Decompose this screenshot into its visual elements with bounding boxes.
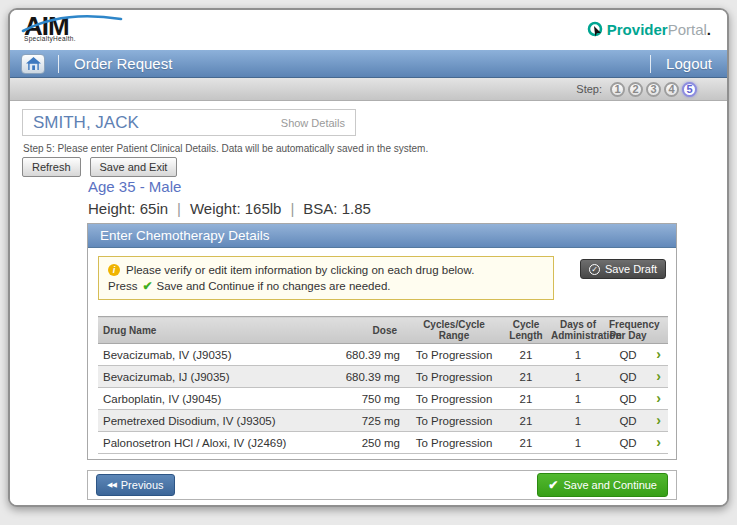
page-title: Order Request <box>74 55 172 72</box>
green-check-icon: ✔ <box>142 278 152 294</box>
main-content: SMITH, JACK Show Details Step 5: Please … <box>10 101 727 505</box>
cell-frequency: QD <box>607 410 649 432</box>
provider-portal-period: . <box>707 22 711 38</box>
refresh-button[interactable]: Refresh <box>22 157 81 177</box>
aim-logo-subtext: SpecialtyHealth. <box>24 35 124 42</box>
patient-stats-line: Height: 65in|Weight: 165lb|BSA: 1.85 <box>88 200 371 217</box>
aim-logo: AIM SpecialtyHealth. <box>24 15 124 42</box>
cell-drug: Bevacizumab, IJ (J9035) <box>98 366 323 388</box>
step-indicator-bar: Step: 1 2 3 4 5 <box>10 78 727 101</box>
step-circle-5-active: 5 <box>682 82 697 97</box>
wizard-footer-bar: ◀◀ Previous ✔ Save and Continue <box>87 470 677 500</box>
row-chevron-icon: › <box>656 412 661 428</box>
cell-cycles: To Progression <box>405 344 503 366</box>
save-and-continue-button[interactable]: ✔ Save and Continue <box>537 473 668 497</box>
header-cycle-length: Cycle Length <box>503 317 549 344</box>
cell-cycle-length: 21 <box>503 388 549 410</box>
provider-portal-provider-text: Provider <box>607 22 668 38</box>
circled-check-icon: ✓ <box>589 264 600 275</box>
drug-row-palonosetron[interactable]: Palonosetron HCl / Aloxi, IV (J2469) 250… <box>98 432 668 454</box>
cell-cycles: To Progression <box>405 388 503 410</box>
notice-line-1: Please verify or edit item information b… <box>126 262 474 278</box>
cell-frequency: QD <box>607 366 649 388</box>
patient-age-gender: Age 35 - Male <box>88 178 181 195</box>
cell-days: 1 <box>549 366 607 388</box>
drug-row-bevacizumab-iv[interactable]: Bevacizumab, IV (J9035) 680.39 mg To Pro… <box>98 344 668 366</box>
row-chevron-icon: › <box>656 390 661 406</box>
stat-separator: | <box>290 200 294 217</box>
save-and-continue-label: Save and Continue <box>563 479 657 491</box>
verify-notice-box: i Please verify or edit item information… <box>98 256 554 300</box>
panel-header: Enter Chemotherapy Details <box>88 224 676 248</box>
action-button-row: Refresh Save and Exit <box>22 157 186 177</box>
cell-dose: 725 mg <box>323 410 405 432</box>
cell-days: 1 <box>549 410 607 432</box>
step-circle-3: 3 <box>646 82 661 97</box>
patient-summary-box: SMITH, JACK Show Details <box>22 109 356 136</box>
app-header: AIM SpecialtyHealth. ProviderPortal. <box>10 10 727 50</box>
row-chevron-icon: › <box>656 434 661 450</box>
cell-days: 1 <box>549 388 607 410</box>
patient-weight: Weight: 165lb <box>190 200 281 217</box>
step-circle-2: 2 <box>628 82 643 97</box>
drug-row-pemetrexed[interactable]: Pemetrexed Disodium, IV (J9305) 725 mg T… <box>98 410 668 432</box>
cell-dose: 750 mg <box>323 388 405 410</box>
step-circle-1: 1 <box>610 82 625 97</box>
notice-line-2-suffix: Save and Continue if no changes are need… <box>156 278 390 294</box>
cell-drug: Bevacizumab, IV (J9035) <box>98 344 323 366</box>
patient-height: Height: 65in <box>88 200 168 217</box>
provider-portal-portal-text: Portal <box>668 22 707 38</box>
patient-bsa: BSA: 1.85 <box>303 200 371 217</box>
cell-cycles: To Progression <box>405 366 503 388</box>
show-details-link[interactable]: Show Details <box>281 117 345 129</box>
logout-button[interactable]: Logout <box>666 55 712 72</box>
app-window: AIM SpecialtyHealth. ProviderPortal. <box>8 8 729 507</box>
header-drug-name: Drug Name <box>98 317 323 344</box>
notice-line-2-prefix: Press <box>108 278 137 294</box>
row-chevron-icon: › <box>656 346 661 362</box>
step-circle-4: 4 <box>664 82 679 97</box>
drug-table: Drug Name Dose Cycles/Cycle Range Cycle … <box>98 316 668 454</box>
provider-portal-icon <box>587 21 604 38</box>
provider-portal-logo: ProviderPortal. <box>587 21 711 38</box>
step-label: Step: <box>576 83 602 95</box>
header-cycles: Cycles/Cycle Range <box>405 317 503 344</box>
home-icon <box>26 57 41 70</box>
cell-days: 1 <box>549 432 607 454</box>
nav-divider-right <box>650 55 651 73</box>
cell-cycles: To Progression <box>405 432 503 454</box>
drug-row-carboplatin[interactable]: Carboplatin, IV (J9045) 750 mg To Progre… <box>98 388 668 410</box>
cell-dose: 250 mg <box>323 432 405 454</box>
cell-dose: 680.39 mg <box>323 366 405 388</box>
header-frequency: Frequency Per Day <box>607 317 649 344</box>
header-days: Days of Administration <box>549 317 607 344</box>
cell-drug: Carboplatin, IV (J9045) <box>98 388 323 410</box>
previous-arrows-icon: ◀◀ <box>107 481 116 489</box>
header-dose: Dose <box>323 317 405 344</box>
cell-cycle-length: 21 <box>503 432 549 454</box>
cell-frequency: QD <box>607 432 649 454</box>
drug-table-header-row: Drug Name Dose Cycles/Cycle Range Cycle … <box>98 317 668 344</box>
patient-name: SMITH, JACK <box>33 113 139 133</box>
cell-frequency: QD <box>607 388 649 410</box>
home-button[interactable] <box>21 54 45 74</box>
stat-separator: | <box>177 200 181 217</box>
previous-button[interactable]: ◀◀ Previous <box>96 474 175 496</box>
cell-cycles: To Progression <box>405 410 503 432</box>
row-chevron-icon: › <box>656 368 661 384</box>
cell-cycle-length: 21 <box>503 410 549 432</box>
cell-drug: Pemetrexed Disodium, IV (J9305) <box>98 410 323 432</box>
save-and-exit-button[interactable]: Save and Exit <box>90 157 178 177</box>
cell-drug: Palonosetron HCl / Aloxi, IV (J2469) <box>98 432 323 454</box>
cell-cycle-length: 21 <box>503 366 549 388</box>
save-draft-button[interactable]: ✓ Save Draft <box>580 259 666 279</box>
nav-divider <box>58 55 59 73</box>
panel-body: i Please verify or edit item information… <box>88 248 676 462</box>
drug-row-bevacizumab-ij[interactable]: Bevacizumab, IJ (J9035) 680.39 mg To Pro… <box>98 366 668 388</box>
cell-days: 1 <box>549 344 607 366</box>
info-icon: i <box>108 264 120 276</box>
previous-label: Previous <box>121 479 164 491</box>
check-icon: ✔ <box>548 478 558 492</box>
cell-dose: 680.39 mg <box>323 344 405 366</box>
save-draft-label: Save Draft <box>605 263 657 275</box>
